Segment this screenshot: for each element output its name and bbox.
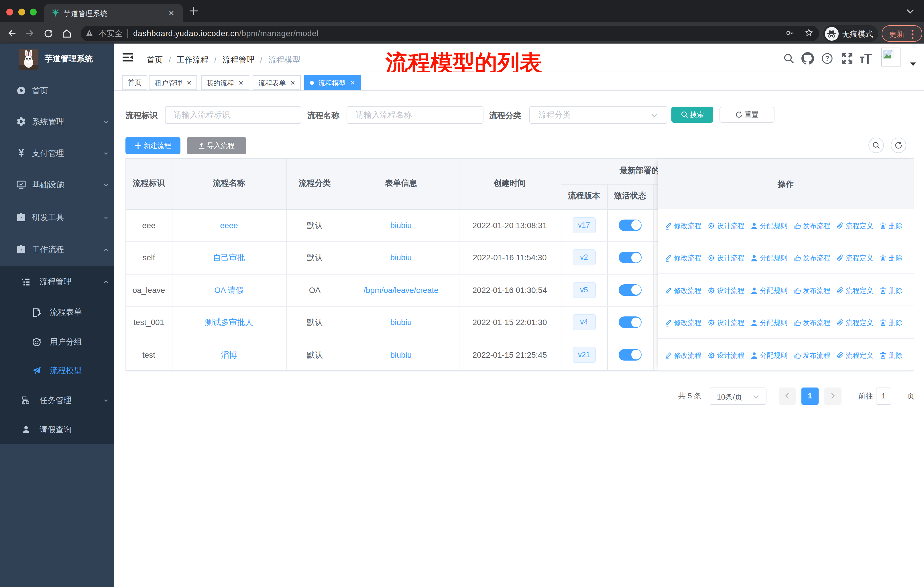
svg-text:?: ? bbox=[825, 55, 830, 62]
